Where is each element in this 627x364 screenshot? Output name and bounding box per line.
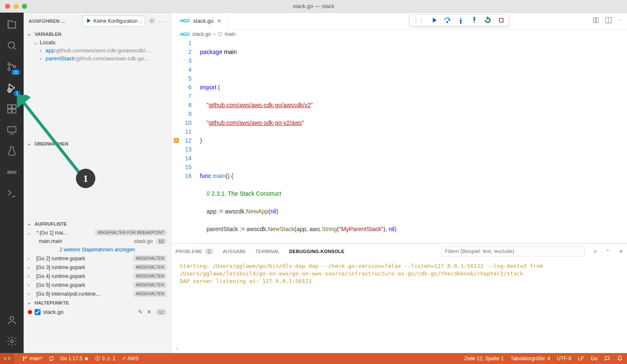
activity-bar: 21 1 aws [0,13,24,353]
debug-sidebar: AUSFÜHREN ... Keine Konfiguration ⌵ ··· … [24,13,171,353]
sidebar-header: AUSFÜHREN ... Keine Konfiguration ⌵ ··· [24,13,171,30]
close-tab-icon[interactable]: ✕ [217,18,222,24]
accounts-icon[interactable] [5,313,19,327]
close-icon[interactable]: ✕ [147,309,151,315]
testing-icon[interactable] [5,144,19,158]
step-over-icon[interactable] [443,16,451,24]
breakpoints-section[interactable]: ⌵HALTEPUNKTE [24,298,171,307]
indent-status[interactable]: Tabulatorgröße: 4 [511,356,550,361]
language-status[interactable]: Go [591,356,597,361]
close-window[interactable] [5,4,10,9]
callstack-frame[interactable]: ›[Go 4] runtime.goparkANGEHALTEN [24,272,171,280]
more-icon[interactable]: ··· [159,18,166,24]
code-editor[interactable]: 1234567891011 12 13141516 package main i… [171,39,627,243]
callstack-frame[interactable]: ›[Go 5] runtime.goparkANGEHALTEN [24,280,171,289]
variables-section[interactable]: ⌵VARIABLEN [24,30,171,38]
callstack-thread[interactable]: ⌵* [Go 1] mai...ANGEHALTEN FÜR BREAKPOIN… [24,228,171,237]
breakpoint-checkbox[interactable] [35,309,41,315]
breadcrumb[interactable]: ⟲GO stack.go › ⬡ main [171,30,627,39]
svg-rect-8 [12,109,16,113]
split-icon[interactable] [605,16,612,25]
sync-icon[interactable] [49,356,54,361]
compare-icon[interactable] [592,16,600,25]
tab-bar: ⟲GO stack.go ✕ ··· [171,13,627,30]
tab-output[interactable]: AUSGABE [223,249,246,254]
callstack-section[interactable]: ⌵AUFRUFLISTE [24,219,171,228]
source-control-icon[interactable]: 21 [5,60,19,73]
window-title: stack.go — stack [293,3,335,9]
filter-input[interactable] [441,246,585,256]
variable-row[interactable]: ›app: github.com/aws/aws-cdk-go/awscdk/.… [24,46,171,54]
breakpoint-marker-icon[interactable] [174,138,179,143]
remote-indicator[interactable] [0,353,14,364]
tab-stack-go[interactable]: ⟲GO stack.go ✕ [174,13,228,30]
settings-icon[interactable]: ≡ [594,249,597,254]
close-panel-icon[interactable]: ✕ [619,249,623,254]
callstack-frame[interactable]: ›[Go 6] internal/poll.runtime...ANGEHALT… [24,289,171,298]
debug-input-prompt[interactable]: › [171,343,627,353]
code-content[interactable]: package main import ( "github.com/aws/aw… [197,39,627,243]
callstack-frame[interactable]: ›[Go 2] runtime.goparkANGEHALTEN [24,254,171,263]
svg-point-0 [8,42,14,48]
show-more-frames[interactable]: 2 weitere Stapelrahmen anzeigen [24,245,171,254]
run-debug-icon[interactable]: 1 [5,81,19,94]
breakpoint-row[interactable]: stack.go ✎ ✕ 12 [24,307,171,317]
explorer-icon[interactable] [5,18,19,31]
git-branch[interactable]: main* [22,356,43,361]
maximize-window[interactable] [22,4,27,9]
debug-toolbar[interactable]: ⋮⋮ [409,14,509,26]
cursor-position[interactable]: Zeile 12, Spalte 1 [465,356,504,361]
notifications-icon[interactable] [617,356,623,361]
encoding-status[interactable]: UTF-8 [557,356,571,361]
play-icon [86,18,92,25]
restart-icon[interactable] [484,16,492,24]
step-into-icon[interactable] [457,16,465,24]
problems-status[interactable]: ⓧ 0 ⚠ 1 [95,355,115,362]
debug-badge: 1 [14,91,20,96]
callstack-frame[interactable]: ›[Go 3] runtime.goparkANGEHALTEN [24,263,171,272]
editor-area: ⟲GO stack.go ✕ ··· ⋮⋮ ⟲GO stack.go › ⬡ [171,13,627,353]
feedback-icon[interactable] [604,356,610,361]
svg-rect-13 [593,18,595,23]
debug-config-select[interactable]: Keine Konfiguration ⌵ [83,16,145,27]
search-icon[interactable] [5,39,19,52]
aws-icon[interactable]: aws [5,165,19,179]
chevron-down-icon: ⌵ [139,18,142,24]
minimize-window[interactable] [14,4,19,9]
tab-problems[interactable]: PROBLEME1 [176,248,214,254]
svg-rect-7 [8,109,11,113]
gear-icon[interactable] [149,17,155,25]
locals-scope[interactable]: ⌵Locals [24,38,171,46]
go-version[interactable]: Go 1.17.5 [60,356,89,361]
gutter: 1234567891011 12 13141516 [171,39,197,243]
stop-icon[interactable] [497,16,505,24]
aws-status[interactable]: ↗ AWS [122,356,139,361]
svg-point-2 [8,68,10,70]
go-file-icon: ⟲GO [180,19,190,23]
step-out-icon[interactable] [470,16,478,24]
svg-point-11 [11,340,14,343]
settings-icon[interactable] [5,334,19,348]
remote-explorer-icon[interactable] [5,186,19,200]
svg-point-17 [460,22,462,24]
tab-terminal[interactable]: TERMINAL [255,249,280,254]
remote-icon[interactable] [5,123,19,137]
minimap[interactable] [582,68,624,102]
variable-row[interactable]: ›parentStack: github.com/aws/aws-cdk-go.… [24,54,171,62]
annotation-badge: 1 [76,169,95,188]
eol-status[interactable]: LF [578,356,584,361]
edit-icon[interactable]: ✎ [138,309,143,315]
callstack-frame[interactable]: main.main stack.go 12 [24,237,171,245]
sidebar-title: AUSFÜHREN ... [29,19,79,24]
svg-point-16 [447,22,448,23]
watch-section[interactable]: ⌵ÜBERWACHEN [24,139,171,148]
breakpoint-dot-icon [28,310,32,314]
continue-icon[interactable] [430,16,438,24]
expand-panel-icon[interactable]: ⌃ [606,249,610,254]
drag-handle-icon[interactable]: ⋮⋮ [413,17,424,24]
extensions-icon[interactable] [5,102,19,116]
svg-point-10 [10,316,14,320]
debug-console-output[interactable]: Starting: /Users/gglawe/go/bin/dlv-dap d… [171,259,627,343]
more-icon[interactable]: ··· [617,16,622,25]
tab-debug-console[interactable]: DEBUGGING-KONSOLE [289,249,344,254]
